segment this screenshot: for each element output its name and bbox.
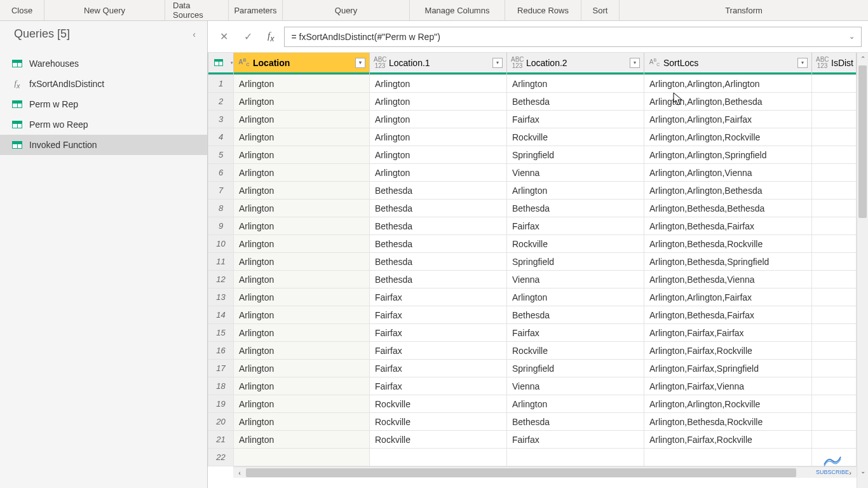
row-number[interactable]: 18 — [208, 377, 234, 395]
table-row[interactable]: 8ArlingtonBethesdaBethesdaArlington,Beth… — [208, 200, 857, 217]
scroll-up-icon[interactable]: ⌃ — [857, 53, 868, 64]
cell[interactable]: Arlington — [234, 360, 370, 377]
cell[interactable]: Bethesda — [507, 200, 644, 217]
ribbon-group-manage-columns[interactable]: Manage Columns — [410, 0, 505, 20]
cell[interactable]: Fairfax — [370, 377, 507, 395]
row-number[interactable]: 4 — [208, 128, 234, 146]
query-item[interactable]: Invoked Function — [0, 135, 207, 155]
table-row[interactable]: 17ArlingtonFairfaxSpringfieldArlington,F… — [208, 360, 857, 377]
cell[interactable]: Arlington — [234, 128, 370, 146]
cell[interactable]: Arlington — [370, 111, 507, 128]
cell[interactable] — [812, 182, 857, 200]
ribbon-group-reduce-rows[interactable]: Reduce Rows — [505, 0, 581, 20]
cell[interactable]: Bethesda — [370, 182, 507, 200]
cell[interactable]: Fairfax — [370, 306, 507, 324]
cell[interactable]: Vienna — [507, 271, 644, 288]
column-filter-icon[interactable]: ▾ — [355, 58, 365, 68]
cell[interactable]: Arlington — [370, 164, 507, 182]
cell[interactable] — [812, 449, 857, 466]
table-row[interactable]: 4ArlingtonArlingtonRockvilleArlington,Ar… — [208, 128, 857, 146]
cell[interactable] — [812, 306, 857, 324]
cell[interactable]: Fairfax — [507, 217, 644, 235]
cell[interactable]: Arlington — [234, 377, 370, 395]
table-row[interactable]: 5ArlingtonArlingtonSpringfieldArlington,… — [208, 146, 857, 164]
cell[interactable]: Arlington,Arlington,Rockville — [644, 395, 812, 413]
row-number[interactable]: 2 — [208, 93, 234, 111]
cell[interactable]: Rockville — [507, 235, 644, 253]
cell[interactable]: Arlington — [234, 111, 370, 128]
cell[interactable] — [812, 395, 857, 413]
query-item[interactable]: Perm wo Reep — [0, 114, 207, 135]
cell[interactable]: Arlington — [370, 93, 507, 111]
table-row[interactable]: 1ArlingtonArlingtonArlingtonArlington,Ar… — [208, 75, 857, 93]
cell[interactable]: Arlington,Arlington,Rockville — [644, 128, 812, 146]
table-row[interactable]: 10ArlingtonBethesdaRockvilleArlington,Be… — [208, 235, 857, 253]
cell[interactable]: Arlington,Fairfax,Springfield — [644, 360, 812, 377]
table-row[interactable]: 19ArlingtonRockvilleArlingtonArlington,A… — [208, 395, 857, 413]
column-header-sortlocs[interactable]: ABC SortLocs ▾ — [644, 53, 812, 75]
cell[interactable]: Springfield — [507, 360, 644, 377]
cell[interactable]: Arlington,Arlington,Springfield — [644, 146, 812, 164]
row-number[interactable]: 6 — [208, 164, 234, 182]
cell[interactable]: Rockville — [370, 431, 507, 449]
table-row[interactable]: 6ArlingtonArlingtonViennaArlington,Arlin… — [208, 164, 857, 182]
cell[interactable] — [812, 235, 857, 253]
row-number[interactable]: 16 — [208, 342, 234, 360]
cell[interactable] — [812, 75, 857, 93]
horizontal-scrollbar[interactable]: ‹ › — [233, 466, 857, 478]
cell[interactable]: Arlington — [234, 217, 370, 235]
table-row[interactable]: 16ArlingtonFairfaxRockvilleArlington,Fai… — [208, 342, 857, 360]
table-row[interactable]: 21ArlingtonRockvilleFairfaxArlington,Fai… — [208, 431, 857, 449]
table-row[interactable]: 12ArlingtonBethesdaViennaArlington,Bethe… — [208, 271, 857, 288]
cell[interactable]: Bethesda — [507, 93, 644, 111]
row-number[interactable]: 17 — [208, 360, 234, 377]
cell[interactable]: Fairfax — [370, 288, 507, 306]
row-number[interactable]: 22 — [208, 449, 234, 466]
query-item[interactable]: Warehouses — [0, 53, 207, 74]
table-row[interactable]: 2ArlingtonArlingtonBethesdaArlington,Arl… — [208, 93, 857, 111]
table-row[interactable]: 14ArlingtonFairfaxBethesdaArlington,Beth… — [208, 306, 857, 324]
cell[interactable] — [812, 431, 857, 449]
cell[interactable]: Arlington,Arlington,Fairfax — [644, 111, 812, 128]
cell[interactable] — [812, 360, 857, 377]
column-header-location[interactable]: ABC Location ▾ — [234, 53, 370, 75]
cell[interactable]: Arlington,Fairfax,Fairfax — [644, 324, 812, 342]
column-filter-icon[interactable]: ▾ — [797, 58, 808, 68]
cell[interactable]: Fairfax — [370, 324, 507, 342]
select-all-button[interactable]: ▾ — [208, 53, 234, 75]
cell[interactable] — [507, 449, 644, 466]
cell[interactable]: Bethesda — [507, 413, 644, 431]
cell[interactable] — [812, 164, 857, 182]
table-row[interactable]: 22 — [208, 449, 857, 466]
ribbon-group-transform[interactable]: Transform — [620, 0, 868, 20]
cell[interactable]: Arlington — [370, 146, 507, 164]
row-number[interactable]: 19 — [208, 395, 234, 413]
table-row[interactable]: 9ArlingtonBethesdaFairfaxArlington,Bethe… — [208, 217, 857, 235]
cell[interactable]: Vienna — [507, 164, 644, 182]
cell[interactable] — [644, 449, 812, 466]
cell[interactable] — [812, 413, 857, 431]
ribbon-group-query[interactable]: Query — [283, 0, 410, 20]
table-row[interactable]: 11ArlingtonBethesdaSpringfieldArlington,… — [208, 253, 857, 271]
cell[interactable] — [812, 253, 857, 271]
cell[interactable]: Arlington — [507, 182, 644, 200]
row-number[interactable]: 1 — [208, 75, 234, 93]
cell[interactable] — [812, 200, 857, 217]
cell[interactable] — [812, 324, 857, 342]
cell[interactable]: Arlington — [370, 75, 507, 93]
cell[interactable]: Arlington,Bethesda,Springfield — [644, 253, 812, 271]
cell[interactable]: Arlington — [507, 395, 644, 413]
cell[interactable]: Arlington — [234, 271, 370, 288]
row-number[interactable]: 3 — [208, 111, 234, 128]
cell[interactable]: Arlington — [234, 431, 370, 449]
cell[interactable]: Rockville — [370, 395, 507, 413]
cell[interactable] — [370, 449, 507, 466]
row-number[interactable]: 12 — [208, 271, 234, 288]
hscroll-thumb[interactable] — [246, 468, 796, 477]
cell[interactable]: Bethesda — [370, 235, 507, 253]
table-row[interactable]: 18ArlingtonFairfaxViennaArlington,Fairfa… — [208, 377, 857, 395]
row-number[interactable]: 20 — [208, 413, 234, 431]
data-grid[interactable]: ▾ ABC Location ▾ — [208, 53, 857, 488]
formula-input[interactable]: = fxSortAndIsDistinct(#"Perm w Rep") ⌄ — [284, 27, 862, 47]
ribbon-group-data-sources[interactable]: Data Sources — [165, 0, 229, 20]
